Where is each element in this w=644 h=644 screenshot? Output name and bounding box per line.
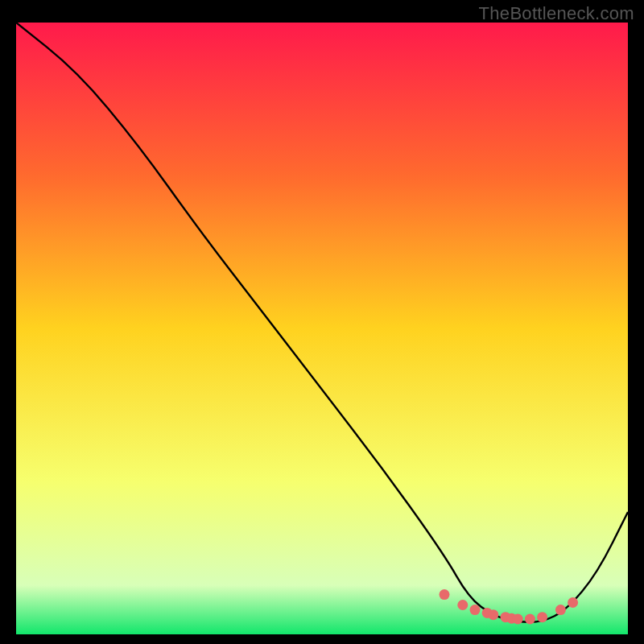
plot-frame xyxy=(16,23,628,634)
valley-marker xyxy=(440,589,450,600)
gradient-background xyxy=(16,23,628,634)
valley-marker xyxy=(525,614,535,625)
valley-marker xyxy=(568,597,578,608)
chart-svg xyxy=(16,23,628,634)
valley-marker xyxy=(470,605,481,615)
chart-stage: TheBottleneck.com xyxy=(0,0,644,644)
watermark-text: TheBottleneck.com xyxy=(479,3,634,24)
valley-marker xyxy=(457,600,468,610)
valley-marker xyxy=(537,612,547,622)
valley-marker xyxy=(513,614,523,625)
valley-marker xyxy=(488,609,498,620)
valley-marker xyxy=(555,605,566,615)
